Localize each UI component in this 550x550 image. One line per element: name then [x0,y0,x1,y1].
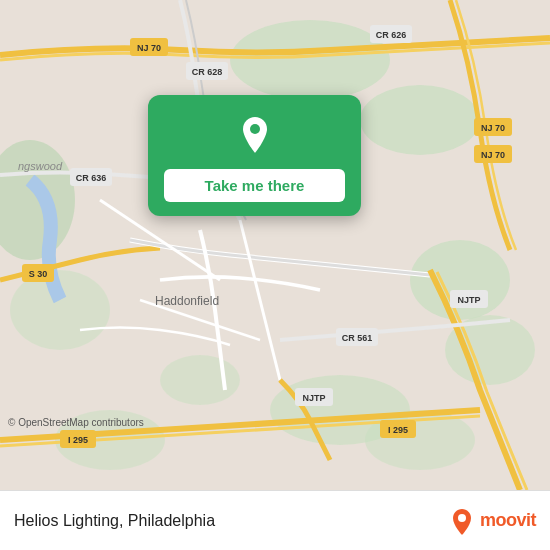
location-pin-icon [233,113,277,157]
bottom-bar: Helios Lighting, Philadelphia moovit [0,490,550,550]
svg-text:CR 636: CR 636 [76,173,107,183]
svg-point-9 [160,355,240,405]
svg-text:I 295: I 295 [68,435,88,445]
svg-point-37 [250,124,260,134]
svg-text:CR 561: CR 561 [342,333,373,343]
svg-text:NJTP: NJTP [302,393,325,403]
popup-card: Take me there [148,95,361,216]
svg-text:NJTP: NJTP [457,295,480,305]
svg-point-2 [360,85,480,155]
svg-text:Haddonfield: Haddonfield [155,294,219,308]
moovit-logo: moovit [448,507,536,535]
svg-text:I 295: I 295 [388,425,408,435]
svg-point-1 [230,20,390,100]
svg-text:ngswood: ngswood [18,160,63,172]
moovit-pin-icon [448,507,476,535]
moovit-brand-text: moovit [480,510,536,531]
svg-text:NJ 70: NJ 70 [481,123,505,133]
svg-text:CR 628: CR 628 [192,67,223,77]
place-name: Helios Lighting, Philadelphia [14,512,215,530]
attribution: © OpenStreetMap contributors [8,417,144,428]
svg-point-38 [458,514,466,522]
svg-text:CR 626: CR 626 [376,30,407,40]
svg-text:NJ 70: NJ 70 [481,150,505,160]
svg-text:S 30: S 30 [29,269,48,279]
map-container: NJ 70 CR 626 CR 628 NJ 70 NJ 70 CR 636 S… [0,0,550,490]
take-me-there-button[interactable]: Take me there [164,169,345,202]
svg-text:NJ 70: NJ 70 [137,43,161,53]
